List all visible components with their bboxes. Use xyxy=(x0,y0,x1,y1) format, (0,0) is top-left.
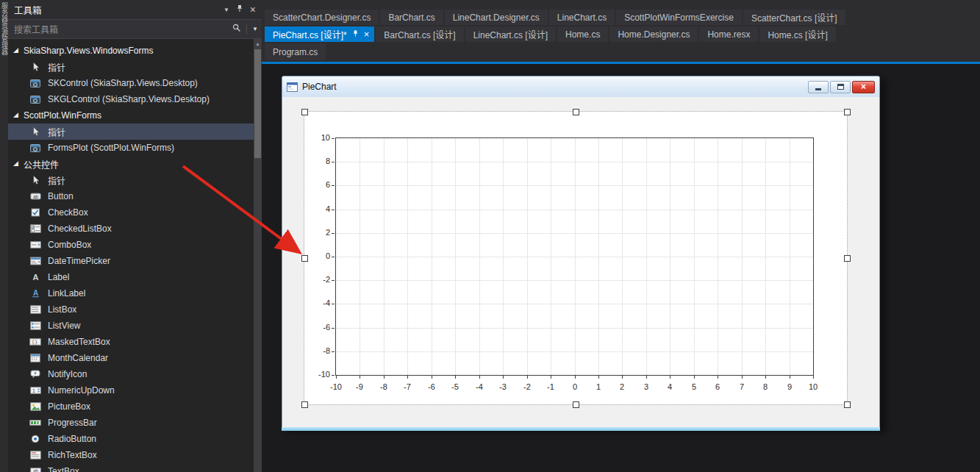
toolbox-item-item[interactable]: 指针 xyxy=(8,172,254,188)
form-titlebar[interactable]: PieChart × xyxy=(282,76,879,98)
toolbox-item-radiobutton[interactable]: RadioButton xyxy=(8,431,254,447)
pointer-icon xyxy=(29,126,41,137)
x-tick-mark xyxy=(479,376,480,379)
toolbox-item-button[interactable]: abButton xyxy=(8,188,254,204)
toolbox-item-checkbox[interactable]: CheckBox xyxy=(8,204,254,221)
toolbox-group-label: ScottPlot.WinForms xyxy=(24,110,101,121)
toolbox-scrollbar[interactable]: ▲ xyxy=(254,39,262,472)
selection-handle[interactable] xyxy=(301,109,308,115)
y-tick-label: -8 xyxy=(308,346,330,355)
design-form-window[interactable]: PieChart × -10-9-8-7-6-5-4-3-2-101234567… xyxy=(282,76,880,429)
tab-label: LineChart.cs [设计] xyxy=(473,28,548,40)
toolbox-item-label: Button xyxy=(48,191,74,201)
toolbox-search-box[interactable]: 搜索工具箱 ▼ xyxy=(8,19,262,39)
toolbox-item-combobox[interactable]: ComboBox xyxy=(8,237,254,253)
tab-home.cs[interactable]: Home.cs xyxy=(557,26,608,42)
close-icon[interactable]: × xyxy=(250,4,256,15)
toolbox-item-linklabel[interactable]: ALinkLabel xyxy=(8,285,254,301)
x-tick-label: -7 xyxy=(404,382,411,391)
toolbox-group-item[interactable]: ◢公共控件 xyxy=(8,156,254,172)
component-icon xyxy=(29,79,41,87)
toolbox-item-textbox[interactable]: abTextBox xyxy=(8,463,254,472)
y-tick-label: 4 xyxy=(308,204,330,213)
toolbox-item-listbox[interactable]: ListBox xyxy=(8,301,254,318)
toolbox-item-skglcontrol-skiasharp.views.desktop[interactable]: SKGLControl (SkiaSharp.Views.Desktop) xyxy=(8,91,254,107)
x-tick-label: -6 xyxy=(428,382,435,391)
tab-piechart.cs[interactable]: PieChart.cs [设计]*× xyxy=(265,26,374,42)
tab-home.designer.cs[interactable]: Home.Designer.cs xyxy=(609,26,698,42)
selection-handle[interactable] xyxy=(573,109,579,115)
toolbox-item-skcontrol-skiasharp.views.desktop[interactable]: SKControl (SkiaSharp.Views.Desktop) xyxy=(8,75,254,91)
x-tick-label: 0 xyxy=(573,382,577,391)
tab-linechart.cs[interactable]: LineChart.cs xyxy=(549,10,615,25)
close-button[interactable]: × xyxy=(852,81,875,93)
tab-program.cs[interactable]: Program.cs xyxy=(265,43,326,60)
tab-linechart.designer.cs[interactable]: LineChart.Designer.cs xyxy=(445,10,548,25)
tab-barchart.cs[interactable]: BarChart.cs [设计] xyxy=(376,26,463,42)
toolbox-item-richtextbox[interactable]: RichTextBox xyxy=(8,447,254,463)
y-tick-label: 0 xyxy=(308,251,330,260)
selection-handle[interactable] xyxy=(301,401,308,408)
toolbox-item-label: MaskedTextBox xyxy=(48,337,110,347)
toolbox-group-label: 公共控件 xyxy=(24,158,59,171)
toolbox-item-monthcalendar[interactable]: MonthCalendar xyxy=(8,350,254,366)
tab-scottplotwinformsexercise[interactable]: ScottPlotWinFormsExercise xyxy=(616,10,742,25)
toolbox-item-picturebox[interactable]: PictureBox xyxy=(8,398,254,415)
designer-surface[interactable]: PieChart × -10-9-8-7-6-5-4-3-2-101234567… xyxy=(262,64,980,472)
toolbox-item-label: 指针 xyxy=(48,126,65,138)
selection-handle[interactable] xyxy=(844,255,851,262)
y-tick-label: 6 xyxy=(308,180,330,189)
toolbox-item-datetimepicker[interactable]: DateTimePicker xyxy=(8,253,254,269)
form-client-area[interactable]: -10-9-8-7-6-5-4-3-2-1012345678910-10-8-6… xyxy=(282,97,879,428)
x-tick-label: 4 xyxy=(668,382,672,391)
search-icon[interactable] xyxy=(232,24,241,35)
y-tick-mark xyxy=(332,375,335,376)
toolbox-group-scottplot.winforms[interactable]: ◢ScottPlot.WinForms xyxy=(8,107,254,124)
minimize-button[interactable] xyxy=(808,81,829,93)
maximize-button[interactable] xyxy=(830,81,851,93)
toolbox-item-formsplot-scottplot.winforms[interactable]: FormsPlot (ScottPlot.WinForms) xyxy=(8,140,254,156)
x-tick-mark xyxy=(455,376,456,379)
toolbox-item-numericupdown[interactable]: 1NumericUpDown xyxy=(8,382,254,398)
toolbox-item-label: PictureBox xyxy=(48,401,90,412)
selection-handle[interactable] xyxy=(573,401,579,408)
tab-home.cs[interactable]: Home.cs [设计] xyxy=(759,26,835,42)
pin-icon[interactable] xyxy=(352,29,359,40)
toolbox-item-checkedlistbox[interactable]: CheckedListBox xyxy=(8,221,254,237)
window-position-chevron-icon[interactable]: ▼ xyxy=(223,7,229,13)
toolbox-item-listview[interactable]: ListView xyxy=(8,318,254,334)
tab-barchart.cs[interactable]: BarChart.cs xyxy=(380,10,443,25)
tab-linechart.cs[interactable]: LineChart.cs [设计] xyxy=(465,26,556,42)
selection-handle[interactable] xyxy=(301,255,308,262)
toolbox-item-item[interactable]: 指针 xyxy=(8,124,254,140)
server-explorer-vertical-tab[interactable]: 服务器资源管理器 xyxy=(0,0,8,472)
x-tick-label: -10 xyxy=(330,382,342,391)
toolbox-item-maskedtextbox[interactable]: (.).MaskedTextBox xyxy=(8,334,254,350)
x-tick-mark xyxy=(765,376,766,379)
search-options-chevron-icon[interactable]: ▼ xyxy=(252,26,258,32)
tab-scatterchart.designer.cs[interactable]: ScatterChart.Designer.cs xyxy=(265,10,379,25)
maskedtextbox-icon: (.). xyxy=(29,337,41,346)
minimize-icon xyxy=(815,88,821,90)
pointer-icon xyxy=(29,175,41,185)
tab-home.resx[interactable]: Home.resx xyxy=(699,26,758,42)
toolbox-item-notifyicon[interactable]: NotifyIcon xyxy=(8,366,254,382)
tab-label: PieChart.cs [设计]* xyxy=(273,28,347,40)
formsplot-control[interactable]: -10-9-8-7-6-5-4-3-2-1012345678910-10-8-6… xyxy=(304,112,847,404)
scrollbar-thumb[interactable] xyxy=(254,49,261,158)
scrollbar-up-arrow-icon[interactable]: ▲ xyxy=(254,39,262,49)
pin-icon[interactable] xyxy=(236,4,243,15)
toolbox-group-skiasharp.views.windowsforms[interactable]: ◢SkiaSharp.Views.WindowsForms xyxy=(8,43,254,59)
separator xyxy=(246,24,247,35)
toolbox-titlebar[interactable]: 工具箱 ▼ × xyxy=(8,0,262,19)
selection-handle[interactable] xyxy=(844,401,851,408)
toolbox-item-progressbar[interactable]: ProgressBar xyxy=(8,415,254,431)
x-tick-mark xyxy=(790,376,790,379)
toolbox-item-item[interactable]: 指针 xyxy=(8,59,254,75)
y-tick-label: 8 xyxy=(308,157,330,165)
toolbox-item-label[interactable]: ALabel xyxy=(8,269,254,285)
tab-scatterchart.cs[interactable]: ScatterChart.cs [设计] xyxy=(743,10,845,25)
selection-handle[interactable] xyxy=(844,109,851,115)
notifyicon-icon xyxy=(29,370,41,379)
close-icon[interactable]: × xyxy=(364,29,370,39)
